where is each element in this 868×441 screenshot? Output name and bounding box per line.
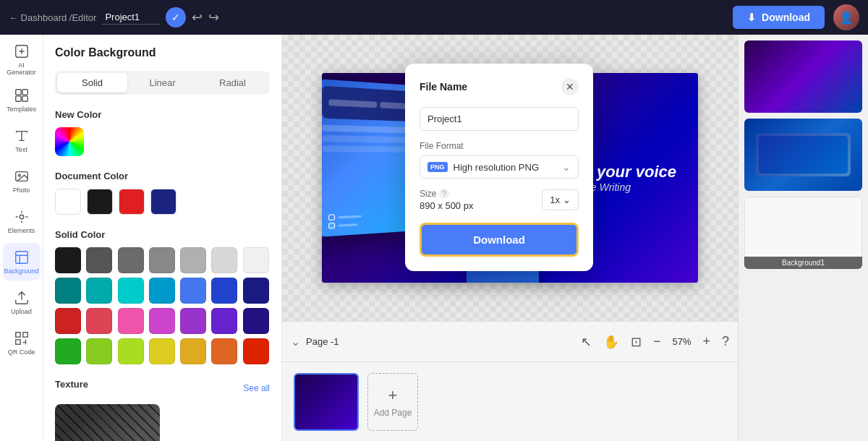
file-name-input[interactable]: [420, 107, 579, 131]
tab-radial[interactable]: Radial: [197, 73, 268, 93]
download-modal: File Name ✕ File Format PNG High resolut…: [405, 64, 593, 271]
texture-item-green[interactable]: [166, 404, 271, 441]
scale-select[interactable]: 1x ⌄: [542, 189, 579, 210]
zoom-out-button[interactable]: −: [653, 334, 661, 349]
back-button[interactable]: ← Dashboard /Editor: [9, 12, 96, 23]
sidebar-item-qr-code[interactable]: QR Code: [3, 324, 41, 361]
avatar[interactable]: 👤: [833, 4, 859, 30]
solid-color-swatch[interactable]: [243, 308, 269, 334]
solid-color-swatch[interactable]: [55, 278, 81, 304]
page-thumb-1[interactable]: [294, 373, 359, 431]
right-thumb-inner-2: [744, 119, 862, 191]
canvas-area: ‹: [282, 35, 738, 441]
right-thumb-3[interactable]: Background1: [744, 197, 862, 269]
right-thumb-1[interactable]: [744, 40, 862, 113]
file-format-select[interactable]: PNG High resolution PNG ⌄: [420, 155, 579, 179]
tab-solid[interactable]: Solid: [57, 73, 127, 93]
sidebar-item-background[interactable]: Background: [3, 243, 41, 281]
sidebar-item-photo[interactable]: Photo: [3, 162, 41, 200]
right-thumb-inner-1: [744, 40, 862, 113]
solid-color-swatch[interactable]: [149, 247, 175, 273]
solid-color-swatch[interactable]: [86, 338, 112, 364]
right-thumb-2[interactable]: [744, 119, 862, 191]
solid-color-swatch[interactable]: [211, 308, 237, 334]
solid-color-swatch[interactable]: [149, 308, 175, 334]
modal-download-button[interactable]: Download: [420, 223, 579, 257]
solid-color-swatch[interactable]: [211, 278, 237, 304]
solid-color-swatch[interactable]: [149, 278, 175, 304]
save-indicator: ✓: [166, 7, 186, 27]
zoom-in-button[interactable]: +: [702, 334, 710, 349]
svg-rect-3: [15, 95, 20, 100]
canvas-toolbar: ↖ ✋ ⊡ − 57% + ?: [581, 334, 729, 350]
download-button-top[interactable]: ⬇ Download: [733, 6, 825, 29]
modal-header: File Name ✕: [420, 78, 579, 95]
new-color-picker[interactable]: [55, 127, 84, 156]
doc-color-navy[interactable]: [150, 189, 176, 215]
main-area: AIGenerator Templates Text Photo Element…: [0, 35, 868, 441]
solid-color-swatch[interactable]: [118, 247, 144, 273]
png-badge: PNG: [427, 162, 448, 172]
solid-color-swatch[interactable]: [86, 308, 112, 334]
texture-item-dark[interactable]: [55, 404, 160, 441]
help-button[interactable]: ?: [722, 334, 729, 349]
solid-color-swatch[interactable]: [55, 338, 81, 364]
modal-close-button[interactable]: ✕: [561, 78, 579, 95]
svg-rect-2: [22, 89, 27, 94]
solid-color-swatch[interactable]: [118, 338, 144, 364]
doc-color-black[interactable]: [87, 189, 113, 215]
see-all-button[interactable]: See all: [243, 383, 270, 393]
sidebar-label-qr: QR Code: [8, 348, 35, 356]
sidebar-item-ai-generator[interactable]: AIGenerator: [3, 40, 41, 78]
page-label: Page -1: [306, 336, 575, 347]
doc-color-white[interactable]: [55, 189, 81, 215]
topbar-right: ⬇ Download 👤: [733, 4, 859, 30]
frame-tool[interactable]: ⊡: [631, 334, 642, 350]
sidebar-label-background: Background: [4, 267, 38, 275]
solid-color-swatch[interactable]: [55, 247, 81, 273]
solid-color-swatch[interactable]: [211, 338, 237, 364]
solid-color-swatch[interactable]: [180, 247, 206, 273]
solid-color-swatch[interactable]: [118, 308, 144, 334]
solid-color-swatch[interactable]: [243, 338, 269, 364]
redo-button[interactable]: ↪: [208, 9, 219, 25]
solid-color-swatch[interactable]: [86, 278, 112, 304]
sidebar-item-elements[interactable]: Elements: [3, 202, 41, 240]
sidebar-item-upload[interactable]: Upload: [3, 283, 41, 321]
tab-linear[interactable]: Linear: [127, 73, 197, 93]
add-page-label: Add Page: [374, 408, 412, 418]
add-page-plus-icon: +: [388, 386, 398, 405]
solid-color-swatch[interactable]: [243, 247, 269, 273]
project-name-input[interactable]: [102, 10, 160, 25]
solid-color-swatch[interactable]: [149, 338, 175, 364]
download-icon: ⬇: [747, 12, 756, 23]
zoom-level: 57%: [672, 336, 691, 347]
collapse-pages-button[interactable]: ⌄: [291, 335, 300, 348]
undo-redo-group: ↩ ↪: [192, 9, 219, 25]
svg-point-6: [18, 174, 20, 176]
document-colors: [55, 189, 270, 215]
solid-color-swatch[interactable]: [243, 278, 269, 304]
svg-rect-8: [15, 251, 27, 263]
cursor-tool[interactable]: ↖: [581, 334, 592, 350]
texture-header: Texture See all: [55, 379, 270, 397]
page-bar: ⌄ Page -1 ↖ ✋ ⊡ − 57% + ?: [282, 321, 738, 361]
undo-button[interactable]: ↩: [192, 9, 203, 25]
sidebar-item-templates[interactable]: Templates: [3, 81, 41, 119]
solid-color-swatch[interactable]: [86, 247, 112, 273]
texture-label: Texture: [55, 379, 88, 390]
doc-color-red[interactable]: [119, 189, 145, 215]
svg-rect-11: [15, 339, 20, 343]
add-page-button[interactable]: + Add Page: [367, 373, 418, 431]
format-chevron-icon: ⌄: [562, 161, 571, 173]
solid-color-swatch[interactable]: [180, 338, 206, 364]
scale-value: 1x: [550, 194, 560, 205]
solid-color-swatch[interactable]: [211, 247, 237, 273]
solid-color-swatch[interactable]: [55, 308, 81, 334]
right-sidebar: Background1: [738, 35, 868, 441]
sidebar-item-text[interactable]: Text: [3, 121, 41, 159]
pan-tool[interactable]: ✋: [603, 334, 619, 350]
solid-color-swatch[interactable]: [180, 308, 206, 334]
solid-color-swatch[interactable]: [118, 278, 144, 304]
solid-color-swatch[interactable]: [180, 278, 206, 304]
